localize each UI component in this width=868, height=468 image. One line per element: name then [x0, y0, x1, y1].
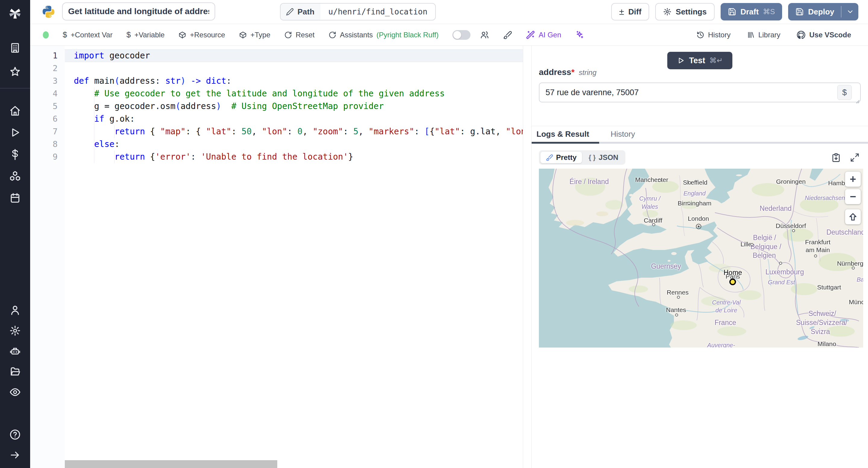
city-dot	[792, 229, 795, 232]
map-locate-home-button[interactable]	[845, 209, 861, 224]
variables-dollar-icon[interactable]	[9, 149, 21, 160]
assistants-status: (Pyright Black Ruff)	[376, 31, 438, 39]
settings-gear-icon[interactable]	[9, 325, 21, 336]
brush-icon	[503, 30, 512, 39]
panel-splitter[interactable]	[523, 46, 532, 468]
city-dot	[675, 313, 678, 316]
expand-result-icon[interactable]	[850, 153, 860, 162]
add-context-var-button[interactable]: $ +Context Var	[63, 30, 113, 39]
users-icon	[480, 30, 489, 39]
test-button[interactable]: Test ⌘↵	[667, 52, 733, 69]
reset-icon	[284, 31, 292, 39]
help-icon[interactable]	[9, 429, 21, 440]
city-dot	[658, 179, 661, 182]
code-line[interactable]: if g.ok:	[74, 113, 523, 125]
schedules-calendar-icon[interactable]	[9, 192, 21, 204]
workers-robot-icon[interactable]	[9, 345, 21, 357]
city-dot	[677, 296, 680, 299]
city-dot	[814, 255, 817, 258]
view-toggle: Pretty { } JSON	[539, 150, 625, 165]
diff-icon: ±	[619, 7, 624, 16]
path-label: Path	[281, 4, 320, 20]
insert-variable-button[interactable]: $	[837, 85, 852, 100]
copy-result-icon[interactable]	[831, 153, 841, 162]
windmill-script-editor: Path u/henri/find_location ± Diff Settin…	[0, 0, 868, 468]
history-button[interactable]: History	[696, 31, 731, 39]
code-line[interactable]: return { "map": { "lat": 50, "lon": 0, "…	[74, 125, 523, 138]
save-icon	[795, 7, 804, 16]
resources-cubes-icon[interactable]	[9, 170, 21, 182]
audit-eye-icon[interactable]	[9, 387, 21, 398]
settings-button[interactable]: Settings	[655, 3, 715, 21]
city-dot	[688, 181, 691, 184]
assistants-button[interactable]: Assistants (Pyright Black Ruff)	[329, 31, 439, 39]
required-mark: *	[571, 67, 575, 77]
draft-button[interactable]: Draft ⌘S	[721, 3, 782, 21]
app-sidebar	[0, 0, 30, 468]
indent-guide	[114, 151, 115, 163]
sidebar-divider	[0, 88, 30, 89]
add-type-button[interactable]: +Type	[239, 31, 270, 39]
vscode-icon	[797, 30, 806, 39]
ai-sparkles-icon[interactable]	[575, 30, 584, 39]
editor-horizontal-scrollbar[interactable]	[65, 460, 277, 468]
runs-play-icon[interactable]	[9, 127, 21, 138]
dollar-icon: $	[63, 30, 67, 39]
resize-handle[interactable]	[855, 99, 860, 104]
pretty-brush-icon	[546, 154, 553, 161]
city-dot	[687, 202, 690, 205]
use-vscode-button[interactable]: Use VScode	[797, 30, 851, 39]
script-title-input[interactable]	[62, 2, 215, 21]
add-variable-button[interactable]: $ +Variable	[126, 30, 164, 39]
ai-gen-button[interactable]: AI Gen	[526, 30, 561, 39]
favorites-star-icon[interactable]	[9, 66, 21, 77]
locate-up-icon	[848, 212, 858, 221]
code-line[interactable]: return {'error': 'Unable to find the loc…	[74, 151, 523, 163]
multiplayer-users-icon[interactable]	[480, 30, 489, 39]
code-line[interactable]: # Use geocoder to get the latitude and l…	[74, 87, 523, 100]
code-editor[interactable]: 123456789 import geocoderdef main(addres…	[30, 46, 523, 468]
address-input[interactable]	[539, 82, 861, 102]
multiplayer-toggle[interactable]	[453, 30, 470, 40]
pretty-view-button[interactable]: Pretty	[540, 152, 582, 163]
wand-icon	[526, 30, 535, 39]
library-button[interactable]: Library	[747, 31, 780, 39]
json-view-button[interactable]: { } JSON	[583, 152, 624, 163]
status-dot	[43, 31, 49, 38]
format-brush-icon[interactable]	[503, 30, 512, 39]
code-line[interactable]: g = geocoder.osm(address) # Using OpenSt…	[74, 100, 523, 113]
tab-logs-result[interactable]: Logs & Result	[536, 126, 589, 142]
code-line[interactable]: def main(address: str) -> dict:	[74, 75, 523, 87]
history-icon	[696, 31, 704, 39]
run-panel: Test ⌘↵ address* string $ Logs & Result …	[532, 46, 868, 468]
reset-button[interactable]: Reset	[284, 31, 315, 39]
package-icon	[239, 31, 247, 39]
code-line[interactable]: else:	[74, 138, 523, 151]
save-icon	[728, 7, 736, 16]
deploy-button[interactable]: Deploy	[788, 3, 858, 21]
map-zoom-out-button[interactable]: −	[845, 189, 861, 204]
home-icon[interactable]	[9, 105, 21, 116]
tab-history[interactable]: History	[611, 126, 635, 142]
city-dot	[779, 262, 782, 265]
python-icon	[41, 5, 56, 19]
add-resource-button[interactable]: +Resource	[179, 31, 225, 39]
script-path[interactable]: Path u/henri/find_location	[280, 3, 436, 21]
code-line[interactable]	[74, 62, 523, 75]
collapse-arrow-right-icon[interactable]	[9, 449, 21, 461]
dollar-icon: $	[126, 30, 130, 39]
workspace-icon[interactable]	[9, 42, 21, 54]
code-line[interactable]: import geocoder	[74, 49, 523, 62]
chevron-down-icon	[846, 8, 854, 16]
users-person-icon[interactable]	[9, 304, 21, 316]
result-map[interactable]: Éire / IrelandManchesterSheffieldEngland…	[539, 169, 863, 347]
path-value: u/henri/find_location	[320, 4, 435, 20]
map-zoom-in-button[interactable]: +	[845, 172, 861, 187]
code-area[interactable]: import geocoderdef main(address: str) ->…	[30, 46, 523, 468]
home-marker[interactable]	[730, 278, 736, 285]
folders-icon[interactable]	[9, 366, 21, 377]
diff-button[interactable]: ± Diff	[611, 3, 649, 21]
braces-icon: { }	[589, 154, 595, 161]
windmill-logo-icon[interactable]	[7, 5, 23, 21]
city-dot	[852, 267, 855, 270]
